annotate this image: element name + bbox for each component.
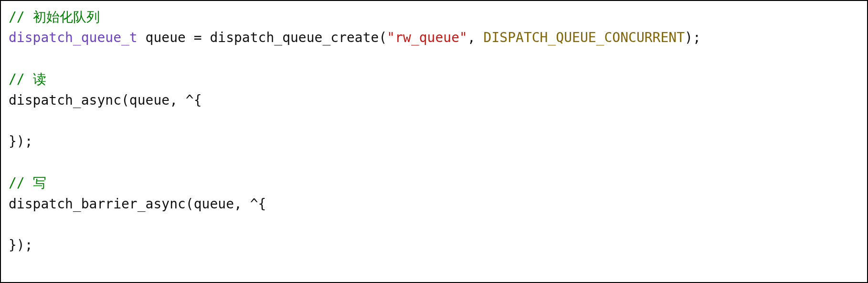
comment-text: 初始化队列 [33, 9, 100, 25]
code-line-6 [9, 110, 859, 131]
constant: DISPATCH_QUEUE_CONCURRENT [484, 30, 685, 45]
code-block: // 初始化队列dispatch_queue_t queue = dispatc… [0, 0, 868, 283]
code-line-blank [9, 48, 859, 69]
code-line-12: }); [9, 235, 859, 255]
code-text: ); [685, 30, 701, 45]
code-line-5: dispatch_async(queue, ^{ [9, 90, 859, 110]
code-text: queue = dispatch_queue_create( [138, 30, 387, 45]
code-line-blank [9, 152, 859, 173]
code-line-2: dispatch_queue_t queue = dispatch_queue_… [9, 27, 859, 48]
code-line-7: }); [9, 131, 859, 152]
comment-prefix: // [9, 9, 33, 25]
code-text: , [467, 30, 484, 45]
code-line-11 [9, 214, 859, 235]
string-literal: "rw_queue" [387, 30, 467, 45]
comment-prefix: // [9, 71, 33, 87]
code-line-9: // 写 [9, 173, 859, 193]
comment-text: 写 [33, 175, 46, 191]
comment-prefix: // [9, 175, 33, 191]
comment-text: 读 [33, 71, 46, 87]
code-line-1: // 初始化队列 [9, 7, 859, 27]
code-line-4: // 读 [9, 69, 859, 89]
code-line-10: dispatch_barrier_async(queue, ^{ [9, 194, 859, 214]
type-keyword: dispatch_queue_t [9, 30, 138, 45]
